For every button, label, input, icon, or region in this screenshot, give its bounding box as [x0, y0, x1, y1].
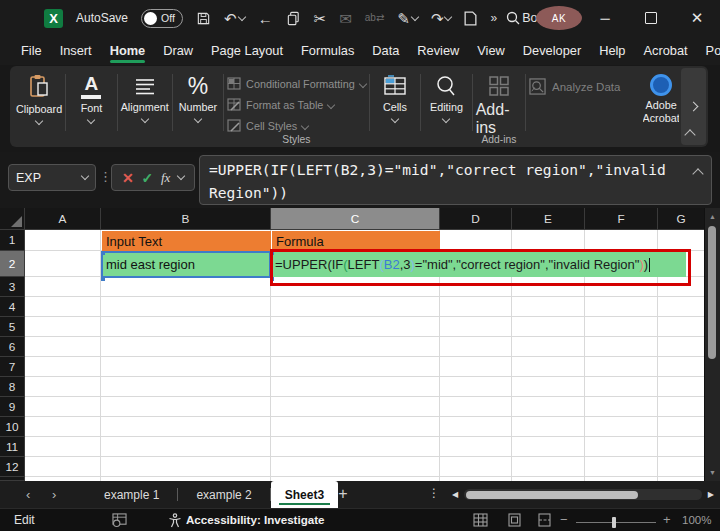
addins-group-label: Add-ins [476, 134, 522, 145]
column-header-E[interactable]: E [512, 208, 585, 230]
column-header-D[interactable]: D [440, 208, 512, 230]
row-header-5[interactable]: 5 [0, 317, 25, 337]
row-header-9[interactable]: 9 [0, 397, 25, 417]
confirm-entry-icon[interactable]: ✓ [141, 170, 153, 186]
sheet-prev-icon[interactable]: ‹ [26, 487, 30, 502]
sheet-tab-example-2[interactable]: example 2 [178, 481, 269, 508]
accessibility-status[interactable]: Accessibility: Investigate [186, 513, 325, 526]
back-icon[interactable]: ← [258, 11, 273, 26]
close-button[interactable]: ✕ [674, 9, 720, 27]
menu-tab-acrobat[interactable]: Acrobat [634, 36, 696, 65]
vertical-scrollbar[interactable]: ▲▼ [704, 208, 720, 481]
scroll-up-icon[interactable]: ▲ [709, 213, 716, 220]
column-header-B[interactable]: B [101, 208, 271, 230]
horizontal-scroll-track[interactable] [464, 489, 702, 500]
formula-input[interactable]: =UPPER(IF(LEFT(B2,3)="mid","correct regi… [199, 155, 712, 205]
menu-tab-view[interactable]: View [468, 36, 514, 65]
menu-tab-insert[interactable]: Insert [51, 36, 101, 65]
reference-handle[interactable] [101, 277, 105, 281]
accessibility-icon[interactable] [168, 513, 182, 528]
row-header-6[interactable]: 6 [0, 337, 25, 357]
select-all-button[interactable] [0, 208, 25, 230]
editing-group-button[interactable]: Editing [424, 70, 469, 145]
translate-icon: ab⇄ [365, 13, 385, 23]
autosave-toggle[interactable]: Off [141, 9, 183, 28]
autosave-state: Off [161, 12, 175, 24]
vertical-scroll-thumb[interactable] [708, 226, 716, 359]
new-file-icon[interactable] [464, 11, 477, 26]
row-header-4[interactable]: 4 [0, 297, 25, 317]
search-icon[interactable] [490, 10, 536, 26]
insert-function-icon[interactable]: fx [161, 170, 170, 186]
account-avatar[interactable]: AK [536, 6, 582, 30]
column-header-G[interactable]: G [658, 208, 705, 230]
scroll-right-icon[interactable]: ▶ [708, 490, 714, 499]
draw-touch-icon[interactable]: ✎ [397, 11, 418, 26]
font-group-button[interactable]: A Font [69, 70, 114, 145]
undo-icon[interactable]: ↶ [224, 11, 245, 26]
reference-handle[interactable] [101, 251, 105, 255]
clipboard-group-button[interactable]: Clipboard [16, 70, 62, 145]
excel-logo-icon[interactable]: X [44, 9, 63, 28]
zoom-level[interactable]: 100% [682, 514, 711, 526]
menu-tab-developer[interactable]: Developer [514, 36, 590, 65]
menu-tab-help[interactable]: Help [590, 36, 634, 65]
save-icon[interactable] [196, 11, 211, 26]
cut-icon[interactable]: ✂ [314, 11, 327, 26]
column-header-C[interactable]: C [271, 208, 440, 230]
editing-icon [434, 74, 458, 98]
menu-tab-formulas[interactable]: Formulas [292, 36, 363, 65]
number-group-button[interactable]: % Number [176, 70, 221, 145]
zoom-out-button[interactable]: − [560, 512, 568, 527]
page-layout-view-icon[interactable] [507, 513, 522, 527]
sheet-options-icon[interactable]: ⋮ [428, 486, 440, 500]
row-header-10[interactable]: 10 [0, 417, 25, 437]
cell-C1[interactable]: Formula [272, 231, 440, 251]
column-header-A[interactable]: A [25, 208, 101, 230]
row-header-2[interactable]: 2 [0, 251, 25, 277]
normal-view-icon[interactable] [473, 513, 488, 527]
row-header-3[interactable]: 3 [0, 277, 25, 297]
menu-tab-draw[interactable]: Draw [154, 36, 202, 65]
chevron-down-icon [358, 79, 366, 87]
cancel-entry-icon[interactable]: ✕ [122, 170, 134, 186]
name-box[interactable]: EXP [8, 164, 96, 191]
cell-B1[interactable]: Input Text [102, 231, 271, 251]
menu-tab-data[interactable]: Data [363, 36, 408, 65]
menu-tab-page-layout[interactable]: Page Layout [202, 36, 292, 65]
percent-icon: % [188, 74, 208, 98]
page-break-view-icon[interactable] [537, 513, 552, 527]
horizontal-scrollbar[interactable]: ◀ ▶ [452, 488, 714, 501]
cells-group-button[interactable]: Cells [373, 70, 418, 145]
new-sheet-button[interactable]: + [332, 483, 354, 505]
macro-record-icon[interactable] [112, 513, 127, 527]
scroll-left-icon[interactable]: ◀ [452, 490, 458, 499]
row-header-1[interactable]: 1 [0, 230, 25, 251]
cell-mode-indicator[interactable]: Edit [14, 513, 35, 527]
column-header-F[interactable]: F [585, 208, 658, 230]
menu-tab-review[interactable]: Review [408, 36, 468, 65]
menu-tab-file[interactable]: File [12, 36, 51, 65]
sheet-tab-sheet3[interactable]: Sheet3 [271, 481, 338, 508]
adobe-acrobat-icon [650, 74, 672, 96]
maximize-button[interactable] [628, 12, 674, 24]
row-header-11[interactable]: 11 [0, 437, 25, 457]
minimize-button[interactable]: ─ [582, 11, 628, 26]
menu-tab-home[interactable]: Home [101, 36, 155, 65]
adobe-acrobat-button[interactable]: Adobe Acrobat [643, 70, 679, 145]
row-header-12[interactable]: 12 [0, 457, 25, 477]
row-header-7[interactable]: 7 [0, 357, 25, 377]
horizontal-scroll-thumb[interactable] [466, 491, 638, 499]
copy-icon[interactable] [286, 11, 301, 26]
redo-icon[interactable]: ↷ [431, 11, 452, 26]
zoom-in-button[interactable]: + [663, 512, 671, 527]
alignment-group-button[interactable]: Alignment [121, 70, 169, 145]
gridline [25, 316, 705, 317]
sheet-tab-example-1[interactable]: example 1 [86, 481, 177, 508]
zoom-slider-thumb[interactable] [612, 517, 616, 528]
row-header-8[interactable]: 8 [0, 377, 25, 397]
sheet-next-icon[interactable]: › [52, 487, 56, 502]
scroll-down-icon[interactable]: ▼ [709, 469, 716, 476]
menu-tab-power-pivot[interactable]: Power Pivot [697, 36, 720, 65]
zoom-slider-track[interactable] [576, 522, 656, 523]
